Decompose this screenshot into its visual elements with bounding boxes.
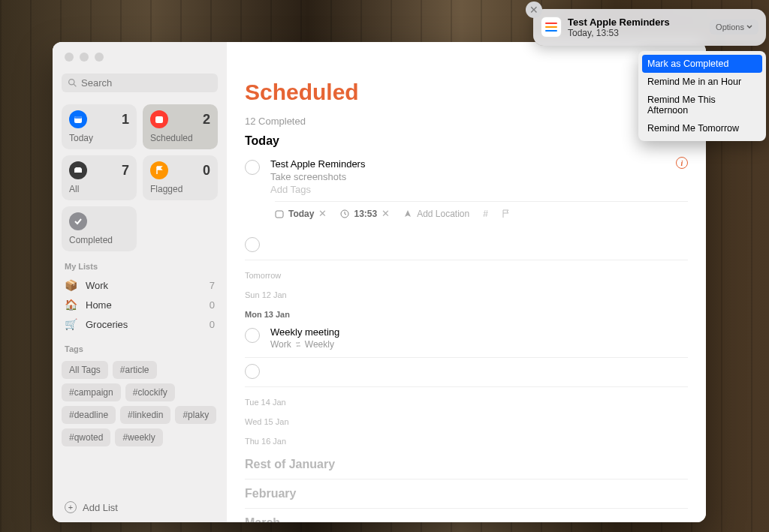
tag-chip[interactable]: #deadline — [62, 406, 116, 424]
clear-date-button[interactable]: ✕ — [318, 208, 327, 219]
time-chip[interactable]: 13:53 ✕ — [340, 208, 390, 219]
minimize-window-button[interactable] — [80, 53, 89, 62]
reminder-item[interactable]: Weekly meeting Work Weekly — [245, 323, 688, 358]
menu-remind-hour[interactable]: Remind Me in an Hour — [638, 73, 766, 91]
flag-icon — [502, 209, 511, 218]
tag-chip[interactable]: #campaign — [62, 383, 121, 401]
tag-chip[interactable]: #weekly — [115, 428, 162, 446]
today-label: Today — [69, 133, 129, 143]
calendar-icon — [69, 110, 87, 128]
reminder-detail-bar: Today ✕ 13:53 ✕ Add Location # — [275, 201, 688, 224]
svg-rect-3 — [74, 116, 82, 119]
complete-toggle[interactable] — [245, 328, 260, 343]
flagged-count: 0 — [203, 163, 210, 179]
search-field — [62, 74, 218, 92]
list-count: 7 — [210, 280, 215, 291]
tag-chip[interactable]: #article — [113, 361, 157, 379]
notification-banner: ✕ Test Apple Reminders Today, 13:53 Opti… — [533, 9, 766, 46]
month-section[interactable]: February — [245, 479, 688, 509]
list-icon: 🛒 — [65, 318, 78, 330]
calendar-icon — [275, 209, 284, 218]
svg-rect-4 — [155, 116, 163, 123]
scheduled-label: Scheduled — [150, 133, 210, 143]
clear-time-button[interactable]: ✕ — [381, 208, 390, 219]
list-name: Groceries — [86, 319, 128, 330]
list-work[interactable]: 📦 Work 7 — [53, 275, 227, 295]
date-header: Tomorrow — [245, 271, 688, 280]
all-label: All — [69, 184, 129, 194]
tag-chip[interactable]: #qwoted — [62, 428, 110, 446]
smart-list-all[interactable]: 7 All — [62, 155, 137, 200]
month-section[interactable]: March — [245, 509, 688, 522]
list-icon: 🏠 — [65, 299, 78, 311]
date-header: Wed 15 Jan — [245, 417, 688, 426]
reminder-list-label: Work — [270, 339, 291, 350]
reminder-item[interactable]: Test Apple Reminders Take screenshots Ad… — [245, 155, 688, 231]
completed-label: Completed — [69, 235, 129, 245]
close-window-button[interactable] — [65, 53, 74, 62]
calendar-icon — [150, 110, 168, 128]
search-icon — [68, 78, 77, 88]
window-controls — [53, 42, 227, 68]
list-groceries[interactable]: 🛒 Groceries 0 — [53, 314, 227, 334]
new-reminder-row[interactable] — [245, 358, 688, 387]
complete-toggle[interactable] — [245, 237, 260, 252]
list-count: 0 — [210, 299, 215, 311]
flag-button[interactable] — [502, 209, 511, 218]
tag-button[interactable]: # — [483, 209, 488, 219]
month-section[interactable]: Rest of January — [245, 450, 688, 479]
time-label: 13:53 — [354, 209, 377, 219]
today-section-header: Today — [245, 134, 688, 148]
list-icon: 📦 — [65, 279, 78, 291]
complete-toggle[interactable] — [245, 364, 260, 379]
flag-icon — [150, 161, 168, 179]
tag-chip[interactable]: All Tags — [62, 361, 108, 379]
clock-icon — [340, 209, 349, 218]
list-home[interactable]: 🏠 Home 0 — [53, 295, 227, 314]
list-name: Home — [86, 299, 112, 311]
checkmark-icon — [69, 212, 87, 230]
tags-header: Tags — [53, 334, 227, 358]
fullscreen-window-button[interactable] — [95, 53, 104, 62]
reminders-window: 1 Today 2 Scheduled 7 All — [53, 42, 706, 522]
sidebar: 1 Today 2 Scheduled 7 All — [53, 42, 227, 522]
date-header: Sun 12 Jan — [245, 290, 688, 299]
all-count: 7 — [122, 163, 129, 179]
notification-options-menu: Mark as Completed Remind Me in an Hour R… — [638, 51, 766, 141]
add-list-button[interactable]: + Add List — [53, 492, 227, 522]
tag-chip[interactable]: #plaky — [175, 406, 216, 424]
my-lists-header: My Lists — [53, 251, 227, 275]
smart-list-scheduled[interactable]: 2 Scheduled — [143, 104, 218, 149]
list-name: Work — [86, 280, 108, 291]
menu-remind-tomorrow[interactable]: Remind Me Tomorrow — [638, 119, 766, 137]
info-button[interactable]: i — [676, 157, 688, 169]
scheduled-count: 2 — [203, 112, 210, 128]
new-reminder-row[interactable] — [245, 231, 688, 260]
smart-list-today[interactable]: 1 Today — [62, 104, 137, 149]
add-location-button[interactable]: Add Location — [403, 209, 469, 219]
search-input[interactable] — [62, 74, 218, 92]
smart-list-flagged[interactable]: 0 Flagged — [143, 155, 218, 200]
reminder-title[interactable]: Test Apple Reminders — [270, 158, 688, 170]
reminder-notes[interactable]: Take screenshots — [270, 171, 688, 182]
complete-toggle[interactable] — [245, 160, 260, 175]
menu-mark-completed[interactable]: Mark as Completed — [642, 55, 762, 73]
flagged-label: Flagged — [150, 184, 210, 194]
date-chip[interactable]: Today ✕ — [275, 208, 327, 219]
completed-count-text: 12 Completed — [245, 116, 306, 127]
smart-list-completed[interactable]: Completed — [62, 206, 137, 251]
dismiss-notification-button[interactable]: ✕ — [526, 2, 542, 18]
notification-options-button[interactable]: Options — [710, 20, 758, 35]
add-location-label: Add Location — [417, 209, 469, 219]
tag-chip[interactable]: #linkedin — [120, 406, 170, 424]
tag-chip[interactable]: #clockify — [125, 383, 175, 401]
repeat-icon — [294, 341, 302, 348]
reminder-title[interactable]: Weekly meeting — [270, 326, 688, 338]
menu-remind-afternoon[interactable]: Remind Me This Afternoon — [638, 91, 766, 119]
reminders-app-icon — [541, 17, 562, 38]
add-list-label: Add List — [83, 502, 118, 513]
today-count: 1 — [122, 112, 129, 128]
add-tags-placeholder[interactable]: Add Tags — [270, 184, 688, 195]
tray-icon — [69, 161, 87, 179]
svg-rect-5 — [276, 211, 283, 218]
